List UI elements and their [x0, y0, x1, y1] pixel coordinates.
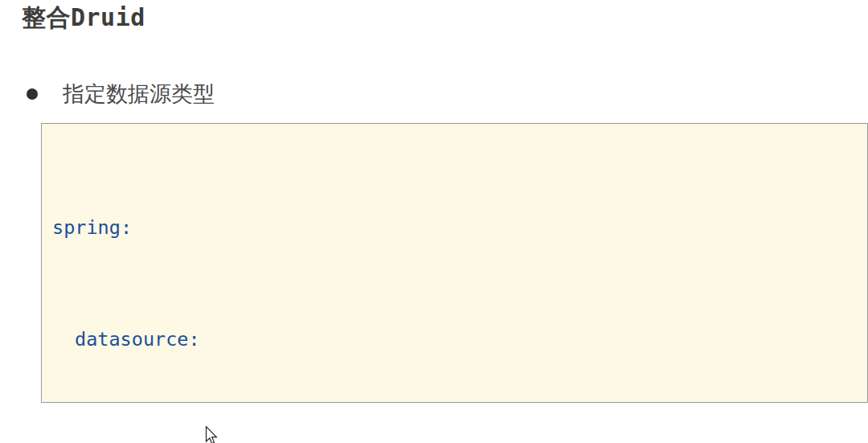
yaml-code-block: spring: datasource: driver-class-name:co…	[41, 123, 868, 403]
bullet-icon	[27, 88, 38, 100]
yaml-key: datasource:	[75, 328, 200, 351]
code-line: datasource:	[52, 321, 861, 358]
yaml-key: spring:	[52, 216, 132, 239]
list-item: 指定数据源类型	[27, 80, 215, 107]
code-line: spring:	[52, 209, 861, 246]
page-title: 整合Druid	[22, 0, 145, 35]
list-item-label: 指定数据源类型	[63, 80, 215, 107]
arrow-pointer-icon	[205, 426, 219, 443]
